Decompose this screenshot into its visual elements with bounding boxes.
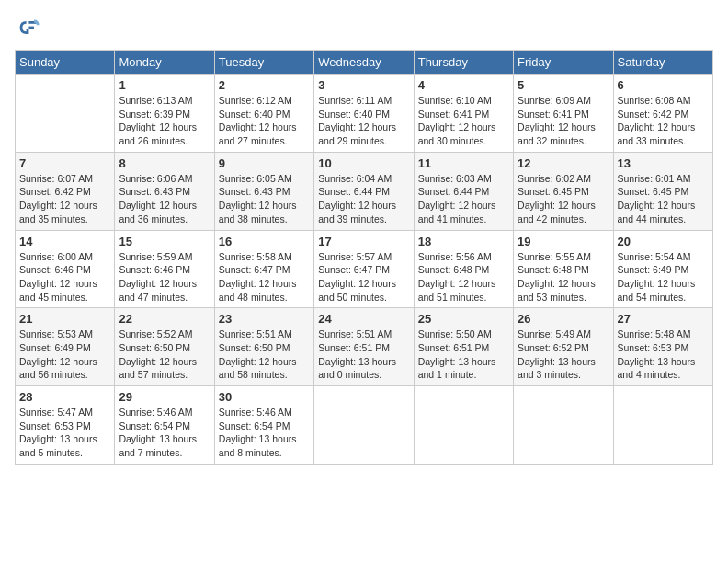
day-number: 21 xyxy=(19,312,110,326)
col-wednesday: Wednesday xyxy=(314,51,414,75)
day-number: 20 xyxy=(618,235,709,248)
day-number: 23 xyxy=(219,312,310,326)
week-row-2: 7Sunrise: 6:07 AM Sunset: 6:42 PM Daylig… xyxy=(16,152,713,230)
day-number: 24 xyxy=(318,312,409,326)
day-info: Sunrise: 5:54 AM Sunset: 6:49 PM Dayligh… xyxy=(618,250,709,304)
col-friday: Friday xyxy=(514,51,613,75)
calendar-cell: 14Sunrise: 6:00 AM Sunset: 6:46 PM Dayli… xyxy=(16,230,115,308)
day-number: 6 xyxy=(618,78,709,92)
day-info: Sunrise: 6:12 AM Sunset: 6:40 PM Dayligh… xyxy=(219,94,310,148)
day-number: 17 xyxy=(318,235,409,248)
day-number: 13 xyxy=(618,156,709,170)
calendar-cell: 6Sunrise: 6:08 AM Sunset: 6:42 PM Daylig… xyxy=(613,75,712,153)
calendar-cell: 8Sunrise: 6:06 AM Sunset: 6:43 PM Daylig… xyxy=(115,152,214,230)
calendar-cell xyxy=(16,75,115,153)
calendar-cell: 7Sunrise: 6:07 AM Sunset: 6:42 PM Daylig… xyxy=(16,152,115,230)
day-info: Sunrise: 6:08 AM Sunset: 6:42 PM Dayligh… xyxy=(618,94,709,148)
calendar-cell: 5Sunrise: 6:09 AM Sunset: 6:41 PM Daylig… xyxy=(514,75,613,153)
day-info: Sunrise: 6:06 AM Sunset: 6:43 PM Dayligh… xyxy=(119,172,210,226)
day-info: Sunrise: 5:46 AM Sunset: 6:54 PM Dayligh… xyxy=(219,406,310,460)
day-number: 14 xyxy=(19,235,110,248)
calendar-cell: 18Sunrise: 5:56 AM Sunset: 6:48 PM Dayli… xyxy=(414,230,513,308)
day-info: Sunrise: 5:53 AM Sunset: 6:49 PM Dayligh… xyxy=(19,327,110,382)
day-number: 22 xyxy=(119,312,210,326)
calendar-cell xyxy=(314,386,414,465)
calendar-cell: 2Sunrise: 6:12 AM Sunset: 6:40 PM Daylig… xyxy=(214,75,313,153)
day-info: Sunrise: 5:47 AM Sunset: 6:53 PM Dayligh… xyxy=(19,406,110,460)
col-thursday: Thursday xyxy=(414,51,513,75)
col-tuesday: Tuesday xyxy=(214,51,313,75)
calendar-cell xyxy=(514,386,613,465)
day-info: Sunrise: 6:02 AM Sunset: 6:45 PM Dayligh… xyxy=(518,172,609,226)
day-info: Sunrise: 5:55 AM Sunset: 6:48 PM Dayligh… xyxy=(518,250,609,304)
day-number: 26 xyxy=(518,312,609,326)
calendar-cell: 20Sunrise: 5:54 AM Sunset: 6:49 PM Dayli… xyxy=(613,230,712,308)
calendar-cell: 30Sunrise: 5:46 AM Sunset: 6:54 PM Dayli… xyxy=(214,386,313,465)
week-row-4: 21Sunrise: 5:53 AM Sunset: 6:49 PM Dayli… xyxy=(16,308,713,386)
calendar-cell xyxy=(414,386,513,465)
calendar-cell: 26Sunrise: 5:49 AM Sunset: 6:52 PM Dayli… xyxy=(514,308,613,386)
calendar-cell: 28Sunrise: 5:47 AM Sunset: 6:53 PM Dayli… xyxy=(16,386,115,465)
calendar-cell: 29Sunrise: 5:46 AM Sunset: 6:54 PM Dayli… xyxy=(115,386,214,465)
calendar-cell: 9Sunrise: 6:05 AM Sunset: 6:43 PM Daylig… xyxy=(214,152,313,230)
day-info: Sunrise: 6:10 AM Sunset: 6:41 PM Dayligh… xyxy=(418,94,509,148)
day-number: 2 xyxy=(219,78,310,92)
calendar-cell: 11Sunrise: 6:03 AM Sunset: 6:44 PM Dayli… xyxy=(414,152,513,230)
calendar-cell: 13Sunrise: 6:01 AM Sunset: 6:45 PM Dayli… xyxy=(613,152,712,230)
logo xyxy=(15,15,44,40)
calendar-cell: 10Sunrise: 6:04 AM Sunset: 6:44 PM Dayli… xyxy=(314,152,414,230)
calendar-cell: 3Sunrise: 6:11 AM Sunset: 6:40 PM Daylig… xyxy=(314,75,414,153)
day-info: Sunrise: 6:07 AM Sunset: 6:42 PM Dayligh… xyxy=(19,172,110,226)
calendar-header: Sunday Monday Tuesday Wednesday Thursday… xyxy=(16,51,713,75)
day-number: 7 xyxy=(19,156,110,170)
day-number: 18 xyxy=(418,235,509,248)
day-info: Sunrise: 5:59 AM Sunset: 6:46 PM Dayligh… xyxy=(119,250,210,304)
day-info: Sunrise: 6:04 AM Sunset: 6:44 PM Dayligh… xyxy=(318,172,409,226)
day-info: Sunrise: 6:13 AM Sunset: 6:39 PM Dayligh… xyxy=(119,94,210,148)
day-number: 15 xyxy=(119,235,210,248)
day-info: Sunrise: 5:48 AM Sunset: 6:53 PM Dayligh… xyxy=(618,327,709,382)
calendar-cell xyxy=(613,386,712,465)
col-monday: Monday xyxy=(115,51,214,75)
calendar-cell: 1Sunrise: 6:13 AM Sunset: 6:39 PM Daylig… xyxy=(115,75,214,153)
day-info: Sunrise: 5:49 AM Sunset: 6:52 PM Dayligh… xyxy=(518,327,609,382)
day-number: 8 xyxy=(119,156,210,170)
calendar-cell: 21Sunrise: 5:53 AM Sunset: 6:49 PM Dayli… xyxy=(16,308,115,386)
calendar-cell: 27Sunrise: 5:48 AM Sunset: 6:53 PM Dayli… xyxy=(613,308,712,386)
day-number: 30 xyxy=(219,390,310,404)
day-number: 3 xyxy=(318,78,409,92)
col-saturday: Saturday xyxy=(613,51,712,75)
calendar-cell: 4Sunrise: 6:10 AM Sunset: 6:41 PM Daylig… xyxy=(414,75,513,153)
day-number: 10 xyxy=(318,156,409,170)
day-number: 1 xyxy=(119,78,210,92)
day-info: Sunrise: 5:56 AM Sunset: 6:48 PM Dayligh… xyxy=(418,250,509,304)
day-number: 4 xyxy=(418,78,509,92)
calendar-cell: 16Sunrise: 5:58 AM Sunset: 6:47 PM Dayli… xyxy=(214,230,313,308)
day-number: 27 xyxy=(618,312,709,326)
week-row-1: 1Sunrise: 6:13 AM Sunset: 6:39 PM Daylig… xyxy=(16,75,713,153)
day-info: Sunrise: 5:50 AM Sunset: 6:51 PM Dayligh… xyxy=(418,327,509,382)
week-row-5: 28Sunrise: 5:47 AM Sunset: 6:53 PM Dayli… xyxy=(16,386,713,465)
calendar-cell: 22Sunrise: 5:52 AM Sunset: 6:50 PM Dayli… xyxy=(115,308,214,386)
calendar-cell: 12Sunrise: 6:02 AM Sunset: 6:45 PM Dayli… xyxy=(514,152,613,230)
day-number: 19 xyxy=(518,235,609,248)
day-info: Sunrise: 5:57 AM Sunset: 6:47 PM Dayligh… xyxy=(318,250,409,304)
calendar-cell: 15Sunrise: 5:59 AM Sunset: 6:46 PM Dayli… xyxy=(115,230,214,308)
day-info: Sunrise: 5:52 AM Sunset: 6:50 PM Dayligh… xyxy=(119,327,210,382)
day-number: 28 xyxy=(19,390,110,404)
day-number: 29 xyxy=(119,390,210,404)
day-number: 16 xyxy=(219,235,310,248)
day-number: 25 xyxy=(418,312,509,326)
page-header xyxy=(15,15,713,40)
calendar-cell: 25Sunrise: 5:50 AM Sunset: 6:51 PM Dayli… xyxy=(414,308,513,386)
calendar-cell: 17Sunrise: 5:57 AM Sunset: 6:47 PM Dayli… xyxy=(314,230,414,308)
day-info: Sunrise: 6:05 AM Sunset: 6:43 PM Dayligh… xyxy=(219,172,310,226)
day-number: 5 xyxy=(518,78,609,92)
logo-icon xyxy=(15,15,40,40)
day-info: Sunrise: 6:03 AM Sunset: 6:44 PM Dayligh… xyxy=(418,172,509,226)
calendar-cell: 19Sunrise: 5:55 AM Sunset: 6:48 PM Dayli… xyxy=(514,230,613,308)
day-number: 11 xyxy=(418,156,509,170)
day-number: 9 xyxy=(219,156,310,170)
day-info: Sunrise: 5:51 AM Sunset: 6:50 PM Dayligh… xyxy=(219,327,310,382)
week-row-3: 14Sunrise: 6:00 AM Sunset: 6:46 PM Dayli… xyxy=(16,230,713,308)
